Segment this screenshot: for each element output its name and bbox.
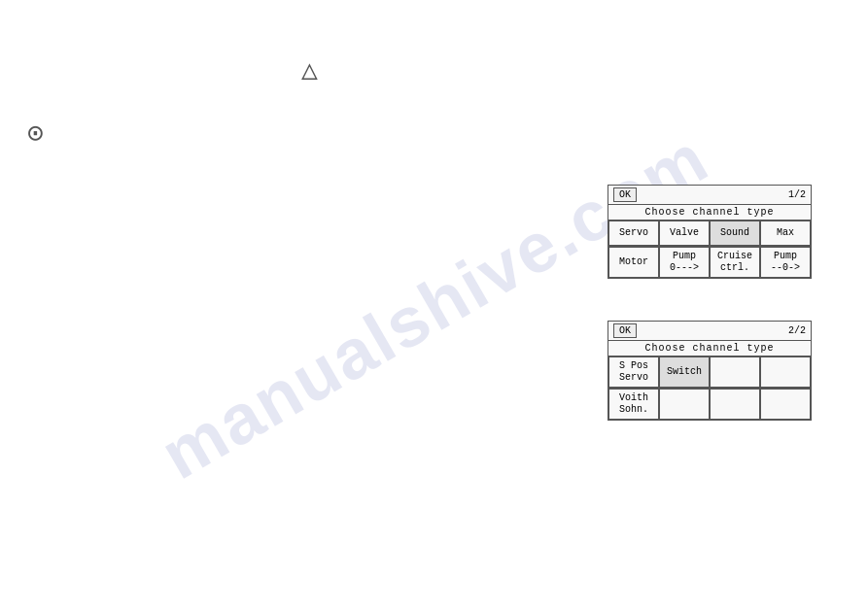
warning-icon: △ — [301, 53, 318, 86]
cell-switch[interactable]: Switch — [659, 356, 710, 388]
check-icon: ⊙ — [27, 117, 44, 150]
watermark: manualshive.com — [147, 117, 720, 493]
panel2-ok-button[interactable]: OK — [613, 323, 637, 338]
cell-empty-1[interactable] — [710, 356, 760, 388]
cell-empty-5[interactable] — [760, 389, 811, 420]
cell-cruise-ctrl[interactable]: Cruisectrl. — [710, 247, 760, 278]
cell-pump-0b[interactable]: Pump--0-> — [760, 247, 811, 278]
panel2-page-num: 2/2 — [788, 325, 806, 336]
cell-empty-2[interactable] — [760, 356, 811, 388]
panel1-row2: Motor Pump0---> Cruisectrl. Pump--0-> — [608, 246, 811, 278]
panel2-title: Choose channel type — [608, 341, 811, 356]
cell-voith-sohn[interactable]: VoithSohn. — [608, 389, 659, 420]
panel2-header: OK 2/2 — [608, 322, 811, 341]
cell-valve[interactable]: Valve — [659, 221, 710, 246]
cell-motor[interactable]: Motor — [608, 247, 659, 278]
panel1-channel-type: OK 1/2 Choose channel type Servo Valve S… — [608, 185, 812, 279]
cell-pump-0[interactable]: Pump0---> — [659, 247, 710, 278]
panel1-row1: Servo Valve Sound Max — [608, 220, 811, 246]
panel2-row2: VoithSohn. — [608, 388, 811, 420]
panel2-channel-type: OK 2/2 Choose channel type S PosServo Sw… — [608, 321, 812, 421]
panel1-ok-button[interactable]: OK — [613, 187, 637, 202]
cell-empty-3[interactable] — [659, 389, 710, 420]
cell-spos-servo[interactable]: S PosServo — [608, 356, 659, 388]
cell-sound[interactable]: Sound — [710, 221, 760, 246]
panel2-row1: S PosServo Switch — [608, 356, 811, 388]
panel1-header: OK 1/2 — [608, 186, 811, 205]
cell-empty-4[interactable] — [710, 389, 760, 420]
panel1-page-num: 1/2 — [788, 189, 806, 200]
cell-servo[interactable]: Servo — [608, 221, 659, 246]
panel1-title: Choose channel type — [608, 205, 811, 220]
cell-max[interactable]: Max — [760, 221, 811, 246]
